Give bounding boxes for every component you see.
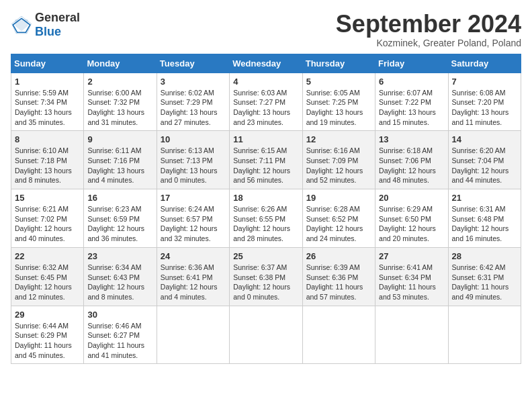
table-cell: 23 Sunrise: 6:34 AM Sunset: 6:43 PM Dayl…: [84, 247, 157, 306]
sunset-text: Sunset: 7:25 PM: [306, 98, 359, 106]
daylight-text: Daylight: 13 hours and 31 minutes.: [87, 108, 144, 126]
calendar-week-2: 8 Sunrise: 6:10 AM Sunset: 7:18 PM Dayli…: [11, 131, 521, 189]
page-header: General Blue September 2024 Kozminek, Gr…: [11, 11, 521, 48]
daylight-text: Daylight: 12 hours and 24 minutes.: [306, 224, 363, 242]
sunrise-text: Sunrise: 6:29 AM: [379, 205, 433, 213]
daylight-text: Daylight: 13 hours and 23 minutes.: [233, 108, 290, 126]
day-number: 30: [87, 310, 152, 320]
daylight-text: Daylight: 12 hours and 20 minutes.: [379, 224, 436, 242]
day-info: Sunrise: 6:41 AM Sunset: 6:34 PM Dayligh…: [379, 263, 444, 302]
daylight-text: Daylight: 12 hours and 12 minutes.: [15, 283, 72, 301]
sunrise-text: Sunrise: 6:05 AM: [306, 89, 360, 97]
sunset-text: Sunset: 7:22 PM: [379, 98, 431, 106]
day-number: 18: [233, 193, 298, 203]
sunrise-text: Sunrise: 6:16 AM: [306, 146, 360, 154]
daylight-text: Daylight: 12 hours and 40 minutes.: [15, 224, 72, 242]
table-cell: 24 Sunrise: 6:36 AM Sunset: 6:41 PM Dayl…: [157, 247, 229, 306]
location-subtitle: Kozminek, Greater Poland, Poland: [336, 38, 521, 48]
sunset-text: Sunset: 6:34 PM: [379, 273, 431, 281]
sunset-text: Sunset: 6:45 PM: [15, 273, 67, 281]
daylight-text: Daylight: 11 hours and 41 minutes.: [87, 341, 144, 359]
day-info: Sunrise: 6:32 AM Sunset: 6:45 PM Dayligh…: [15, 263, 80, 302]
month-title: September 2024: [336, 11, 521, 38]
sunset-text: Sunset: 6:31 PM: [452, 273, 504, 281]
table-cell: 15 Sunrise: 6:21 AM Sunset: 7:02 PM Dayl…: [11, 189, 84, 248]
sunrise-text: Sunrise: 6:24 AM: [161, 205, 214, 213]
day-info: Sunrise: 6:37 AM Sunset: 6:38 PM Dayligh…: [233, 263, 298, 302]
sunset-text: Sunset: 7:13 PM: [161, 156, 213, 165]
day-number: 4: [233, 77, 298, 87]
day-info: Sunrise: 6:05 AM Sunset: 7:25 PM Dayligh…: [306, 88, 371, 128]
daylight-text: Daylight: 12 hours and 44 minutes.: [452, 167, 509, 185]
daylight-text: Daylight: 13 hours and 11 minutes.: [452, 108, 509, 126]
table-cell: 4 Sunrise: 6:03 AM Sunset: 7:27 PM Dayli…: [230, 73, 302, 131]
table-cell: [302, 306, 375, 364]
day-number: 2: [87, 77, 152, 87]
table-cell: [448, 306, 521, 364]
logo-text: General Blue: [35, 11, 80, 39]
day-info: Sunrise: 6:46 AM Sunset: 6:27 PM Dayligh…: [87, 321, 152, 361]
table-cell: 2 Sunrise: 6:00 AM Sunset: 7:32 PM Dayli…: [84, 73, 157, 131]
day-number: 11: [233, 134, 298, 144]
day-number: 14: [452, 134, 517, 144]
daylight-text: Daylight: 11 hours and 45 minutes.: [15, 341, 72, 359]
day-number: 26: [306, 251, 371, 261]
day-number: 12: [306, 134, 371, 144]
sunrise-text: Sunrise: 6:32 AM: [15, 263, 69, 271]
sunrise-text: Sunrise: 6:37 AM: [233, 263, 287, 271]
col-monday: Monday: [84, 54, 157, 73]
sunset-text: Sunset: 7:32 PM: [87, 98, 140, 106]
day-number: 6: [379, 77, 444, 87]
table-cell: 7 Sunrise: 6:08 AM Sunset: 7:20 PM Dayli…: [448, 73, 521, 131]
sunrise-text: Sunrise: 6:11 AM: [87, 146, 141, 154]
daylight-text: Daylight: 13 hours and 4 minutes.: [87, 167, 144, 185]
day-number: 23: [87, 251, 152, 261]
col-saturday: Saturday: [448, 54, 521, 73]
day-info: Sunrise: 6:34 AM Sunset: 6:43 PM Dayligh…: [87, 263, 152, 302]
day-info: Sunrise: 6:02 AM Sunset: 7:29 PM Dayligh…: [161, 88, 226, 128]
day-info: Sunrise: 6:42 AM Sunset: 6:31 PM Dayligh…: [452, 263, 517, 302]
day-info: Sunrise: 6:20 AM Sunset: 7:04 PM Dayligh…: [452, 146, 517, 185]
calendar-week-1: 1 Sunrise: 5:59 AM Sunset: 7:34 PM Dayli…: [11, 73, 521, 131]
sunset-text: Sunset: 7:20 PM: [452, 98, 504, 106]
sunset-text: Sunset: 6:52 PM: [306, 215, 359, 223]
sunset-text: Sunset: 6:38 PM: [233, 273, 285, 281]
col-tuesday: Tuesday: [157, 54, 229, 73]
day-number: 21: [452, 193, 517, 203]
col-friday: Friday: [375, 54, 448, 73]
sunset-text: Sunset: 6:41 PM: [161, 273, 213, 281]
table-cell: 6 Sunrise: 6:07 AM Sunset: 7:22 PM Dayli…: [375, 73, 448, 131]
sunrise-text: Sunrise: 6:10 AM: [15, 146, 69, 154]
daylight-text: Daylight: 13 hours and 8 minutes.: [15, 167, 72, 185]
table-cell: 28 Sunrise: 6:42 AM Sunset: 6:31 PM Dayl…: [448, 247, 521, 306]
table-cell: 5 Sunrise: 6:05 AM Sunset: 7:25 PM Dayli…: [302, 73, 375, 131]
sunset-text: Sunset: 6:43 PM: [87, 273, 140, 281]
day-number: 17: [161, 193, 226, 203]
sunset-text: Sunset: 6:59 PM: [87, 215, 140, 223]
table-cell: 14 Sunrise: 6:20 AM Sunset: 7:04 PM Dayl…: [448, 131, 521, 189]
day-number: 29: [15, 310, 80, 320]
calendar-week-4: 22 Sunrise: 6:32 AM Sunset: 6:45 PM Dayl…: [11, 247, 521, 306]
table-cell: 26 Sunrise: 6:39 AM Sunset: 6:36 PM Dayl…: [302, 247, 375, 306]
day-info: Sunrise: 6:36 AM Sunset: 6:41 PM Dayligh…: [161, 263, 226, 302]
sunset-text: Sunset: 6:36 PM: [306, 273, 359, 281]
sunrise-text: Sunrise: 6:13 AM: [161, 146, 214, 154]
daylight-text: Daylight: 12 hours and 16 minutes.: [452, 224, 509, 242]
daylight-text: Daylight: 13 hours and 15 minutes.: [379, 108, 436, 126]
table-cell: [375, 306, 448, 364]
sunset-text: Sunset: 6:29 PM: [15, 331, 67, 339]
day-info: Sunrise: 6:26 AM Sunset: 6:55 PM Dayligh…: [233, 204, 298, 244]
sunrise-text: Sunrise: 6:39 AM: [306, 263, 360, 271]
sunrise-text: Sunrise: 6:36 AM: [161, 263, 214, 271]
sunrise-text: Sunrise: 6:00 AM: [87, 89, 141, 97]
day-number: 3: [161, 77, 226, 87]
day-number: 25: [233, 251, 298, 261]
day-number: 13: [379, 134, 444, 144]
day-info: Sunrise: 6:18 AM Sunset: 7:06 PM Dayligh…: [379, 146, 444, 185]
sunset-text: Sunset: 7:16 PM: [87, 156, 140, 165]
table-cell: 27 Sunrise: 6:41 AM Sunset: 6:34 PM Dayl…: [375, 247, 448, 306]
table-cell: 11 Sunrise: 6:15 AM Sunset: 7:11 PM Dayl…: [230, 131, 302, 189]
table-cell: 19 Sunrise: 6:28 AM Sunset: 6:52 PM Dayl…: [302, 189, 375, 248]
sunset-text: Sunset: 7:34 PM: [15, 98, 67, 106]
daylight-text: Daylight: 11 hours and 49 minutes.: [452, 283, 509, 301]
